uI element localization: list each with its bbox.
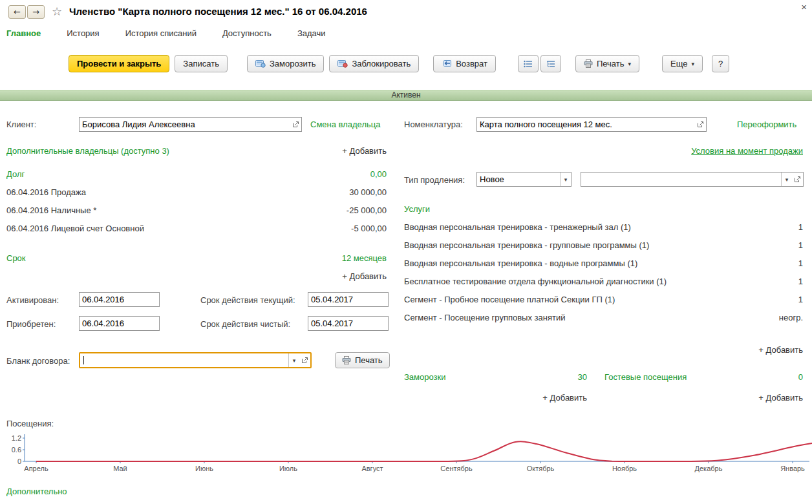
- purchased-field[interactable]: [79, 316, 160, 331]
- renewal-extra-dropdown-icon[interactable]: ▾: [781, 173, 792, 186]
- purchased-label: Приобретен:: [6, 319, 56, 329]
- tab-history[interactable]: История: [67, 28, 99, 38]
- contract-print-button[interactable]: Печать: [335, 352, 390, 368]
- freeze-icon: [255, 59, 266, 68]
- nomenclature-open-icon[interactable]: [695, 118, 706, 131]
- window-title: Членство "Карта полного посещения 12 мес…: [69, 6, 367, 17]
- add-service-link[interactable]: + Добавить: [758, 345, 803, 355]
- net-term-input[interactable]: [308, 317, 388, 330]
- lock-button[interactable]: Заблокировать: [329, 55, 419, 72]
- contract-form-input[interactable]: [84, 353, 288, 367]
- add-owner-link[interactable]: + Добавить: [342, 146, 387, 156]
- term-section-link[interactable]: Срок: [6, 253, 26, 263]
- services-section-link[interactable]: Услуги: [404, 204, 430, 214]
- printer-icon: [342, 356, 351, 364]
- current-term-input[interactable]: [308, 293, 388, 306]
- current-term-label: Срок действия текущий:: [200, 295, 295, 305]
- x-axis-label: Май: [113, 465, 127, 472]
- client-input[interactable]: [80, 118, 290, 131]
- contract-form-label: Бланк договора:: [6, 356, 70, 366]
- help-button[interactable]: ?: [712, 55, 729, 72]
- lock-label: Заблокировать: [352, 59, 411, 68]
- dropdown-arrow-icon: ▾: [692, 61, 695, 67]
- net-term-field[interactable]: [308, 316, 389, 331]
- change-owner-link[interactable]: Смена владельца: [310, 120, 380, 129]
- printer-icon: [584, 59, 593, 68]
- add-freeze-link[interactable]: + Добавить: [542, 393, 587, 403]
- renewal-extra-open-icon[interactable]: [792, 173, 803, 186]
- forward-button[interactable]: →: [27, 5, 45, 19]
- additional-section-link[interactable]: Дополнительно: [6, 487, 67, 496]
- dropdown-arrow-icon: ▾: [628, 61, 632, 67]
- renewal-type-select[interactable]: ▾: [476, 172, 572, 187]
- debt-section-link[interactable]: Долг: [6, 169, 25, 179]
- service-row-name[interactable]: Бесплатное тестирование отдела функциона…: [404, 277, 667, 286]
- x-axis-label: Октябрь: [527, 465, 555, 472]
- more-label: Еще: [670, 59, 687, 68]
- activated-field[interactable]: [79, 292, 160, 307]
- renewal-extra-input[interactable]: [581, 173, 781, 186]
- renewal-type-dropdown-icon[interactable]: ▾: [560, 173, 571, 186]
- x-axis-label: Январь: [780, 465, 805, 472]
- status-text: Активен: [391, 90, 420, 100]
- refund-button[interactable]: Возврат: [433, 55, 496, 72]
- service-row-name[interactable]: Вводная персональная тренировка - группо…: [404, 240, 649, 250]
- service-qty: 1: [798, 258, 803, 268]
- tab-main[interactable]: Главное: [6, 28, 41, 38]
- print-menu-button[interactable]: Печать ▾: [575, 55, 639, 72]
- renewal-extra-select[interactable]: ▾: [581, 172, 804, 187]
- save-button[interactable]: Записать: [175, 55, 228, 72]
- favorite-star-icon[interactable]: ☆: [52, 5, 62, 18]
- x-axis-label: Апрель: [24, 465, 48, 472]
- service-qty: неогр.: [779, 313, 803, 322]
- freezes-value[interactable]: 30: [578, 372, 587, 382]
- x-axis-label: Август: [361, 465, 383, 472]
- sale-conditions-link[interactable]: Условия на момент продажи: [691, 146, 803, 156]
- post-and-close-button[interactable]: Провести и закрыть: [69, 55, 169, 72]
- service-row-name[interactable]: Сегмент - Посещение групповых занятий: [404, 313, 565, 322]
- service-row-name[interactable]: Вводная персональная тренировка - тренаж…: [404, 222, 631, 232]
- guest-visits-section-link[interactable]: Гостевые посещения: [604, 372, 687, 382]
- section-tabs: Главное История История списаний Доступн…: [6, 28, 326, 38]
- contract-dropdown-icon[interactable]: ▾: [288, 353, 299, 367]
- contract-form-select[interactable]: ▾: [79, 352, 312, 368]
- list-view-button[interactable]: [518, 55, 539, 72]
- purchased-input[interactable]: [80, 317, 159, 330]
- guest-visits-value[interactable]: 0: [798, 372, 803, 382]
- additional-owners-link[interactable]: Дополнительные владельцы (доступно 3): [6, 146, 169, 156]
- close-icon[interactable]: ×: [801, 1, 807, 12]
- add-guest-visit-link[interactable]: + Добавить: [758, 393, 803, 403]
- tab-tasks[interactable]: Задачи: [297, 28, 326, 38]
- nomenclature-field[interactable]: [476, 117, 707, 132]
- term-value[interactable]: 12 месяцев: [342, 253, 387, 263]
- activated-input[interactable]: [80, 293, 159, 306]
- tree-view-button[interactable]: [540, 55, 561, 72]
- service-row-name[interactable]: Вводная персональная тренировка - водные…: [404, 258, 637, 268]
- freezes-section-link[interactable]: Заморозки: [404, 372, 445, 382]
- tab-availability[interactable]: Доступность: [222, 28, 272, 38]
- renewal-type-input[interactable]: [477, 173, 560, 186]
- tab-history-writeoffs[interactable]: История списаний: [125, 28, 197, 38]
- nomenclature-input[interactable]: [477, 118, 695, 131]
- freeze-button[interactable]: Заморозить: [247, 55, 325, 72]
- toolbar: Провести и закрыть Записать Заморозить З…: [69, 55, 729, 72]
- reissue-link[interactable]: Переоформить: [737, 120, 796, 129]
- contract-print-label: Печать: [355, 355, 383, 365]
- service-row-name[interactable]: Сегмент - Пробное посещение платной Секц…: [404, 295, 615, 304]
- contract-open-icon[interactable]: [299, 353, 310, 367]
- back-button[interactable]: ←: [8, 5, 26, 19]
- current-term-field[interactable]: [308, 292, 389, 307]
- debt-total-value[interactable]: 0,00: [370, 169, 387, 179]
- y-tick-label: 1.2: [12, 434, 21, 442]
- more-button[interactable]: Еще ▾: [662, 55, 703, 72]
- client-open-icon[interactable]: [290, 118, 301, 131]
- add-term-link[interactable]: + Добавить: [342, 271, 387, 281]
- debt-row-value: -5 000,00: [351, 224, 387, 233]
- return-arrow-icon: [442, 59, 452, 68]
- activated-label: Активирован:: [6, 295, 59, 305]
- renewal-type-label: Тип продления:: [404, 175, 465, 185]
- debt-row-label: 06.04.2016 Лицевой счет Основной: [6, 224, 144, 233]
- client-field[interactable]: [79, 117, 302, 132]
- x-axis-label: Декабрь: [695, 465, 723, 472]
- service-qty: 1: [798, 240, 803, 250]
